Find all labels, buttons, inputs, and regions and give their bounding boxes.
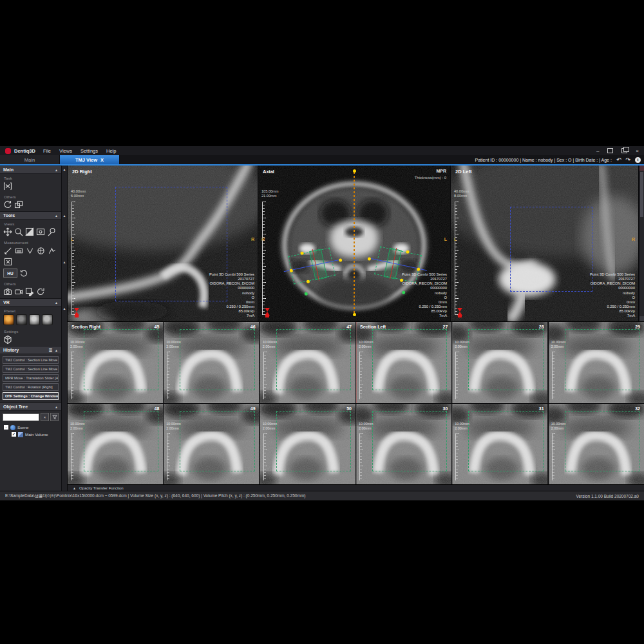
collapse-icon[interactable]: ▲ [55,301,58,305]
orientation-letter-right: R [251,237,254,242]
section-cell[interactable]: Section Right 45 10.00mm2.00mm [68,322,163,403]
close-button[interactable]: × [636,148,639,154]
midline-slider[interactable] [354,172,355,314]
expand-icon[interactable]: ▲ [73,486,76,490]
tmj-task-icon[interactable] [3,182,12,191]
collapse-icon[interactable]: ▲ [55,214,58,218]
tmj-roi-outline[interactable] [510,207,592,292]
history-item[interactable]: OTF Settings : Change Windowing Range [3,392,59,400]
viewport-scrollbar[interactable] [639,166,644,321]
section-cell[interactable]: 48 10.00mm2.00mm [68,404,163,484]
section-cell[interactable]: 29 10.00mm2.00mm [549,322,644,403]
splitter-arrow-icon[interactable]: ▲ [63,214,66,218]
history-item[interactable]: TMJ Control : Rotation [Right] [3,383,59,391]
viewport-axial[interactable]: Axial MPR Thickness(mm) : 0 105.00mm21.0… [258,166,450,321]
restore-button[interactable] [621,148,627,153]
roi-handle[interactable] [406,250,410,254]
vp-info-line: 0.250 / 0.250mm [402,305,447,309]
section-cell[interactable]: 47 10.00mm2.00mm [260,322,355,403]
history-list-icon[interactable]: ☰ [49,348,52,352]
panel-header-object-tree[interactable]: Object Tree ▲ [0,402,61,411]
menu-views[interactable]: Views [59,148,72,154]
vr-preset-1[interactable] [3,314,14,325]
tab-close-icon[interactable]: X [100,157,104,163]
section-cell[interactable]: 30 10.00mm2.00mm [356,404,451,484]
collapse-icon[interactable]: ▲ [55,348,58,352]
circle-measure-icon[interactable] [36,246,45,255]
viewport-2d-left[interactable]: 2D Left 40.00mm8.00mm L R Point 3D Combi… [451,166,638,321]
tree-row-scene[interactable]: - Scene [4,424,57,431]
section-cell[interactable]: Section Left 27 10.00mm2.00mm [356,322,451,403]
collapse-icon[interactable]: ▲ [55,405,58,409]
tab-tmj-view[interactable]: TMJ View X [60,155,120,164]
sync-icon[interactable] [3,200,12,209]
panel-header-vr[interactable]: VR ▲ [0,298,61,307]
capture-icon[interactable] [3,287,12,296]
splitter-arrow-icon[interactable]: ▲ [63,167,66,171]
scrollbar-thumb[interactable] [640,172,643,217]
view-options-icon[interactable] [36,227,45,236]
expander-icon[interactable]: - [4,425,8,430]
undo-icon[interactable]: ↶ [616,157,621,163]
note-measure-icon[interactable] [3,257,12,266]
volume-checkbox[interactable]: ✓ [12,432,16,437]
windowing-icon[interactable] [25,227,34,236]
splitter-arrow-icon[interactable]: ▲ [63,260,66,264]
splitter-arrow-icon[interactable]: ▲ [63,307,66,310]
menu-settings[interactable]: Settings [80,148,98,154]
redo-icon[interactable]: ↷ [625,157,630,163]
sidebar-splitter[interactable]: ▲ ▲ ▲ ▲ [62,166,68,491]
panel-header-history[interactable]: History ☰ ▲ [0,346,61,354]
history-item[interactable]: TMJ Control : Section Line Move [Left] [3,356,59,364]
popout-button[interactable] [607,148,613,153]
history-item[interactable]: MPR Move : Translation Slider [Axial] [3,374,59,382]
menu-help[interactable]: Help [106,148,116,154]
roi-handle[interactable] [300,251,304,255]
menu-file[interactable]: File [43,148,51,154]
section-scale-labels: 10.00mm2.00mm [551,340,565,349]
zoom-icon[interactable] [14,227,23,236]
panel-header-main[interactable]: Main ▲ [0,166,61,174]
hu-button[interactable]: HU [3,269,17,278]
section-cell[interactable]: 32 10.00mm2.00mm [549,404,644,484]
profile-measure-icon[interactable] [14,246,23,255]
midline-handle[interactable] [353,169,356,173]
viewport-title: Axial [263,169,274,175]
history-item[interactable]: TMJ Control : Section Line Move [Right] [3,365,59,373]
section-cell[interactable]: 28 10.00mm2.00mm [452,322,547,403]
minimize-button[interactable]: – [596,148,599,154]
section-cell[interactable]: 46 10.00mm2.00mm [164,322,259,403]
section-cell[interactable]: 31 10.00mm2.00mm [452,404,547,484]
vr-preset-3[interactable] [29,314,40,325]
pick-zoom-icon[interactable] [47,227,56,236]
tab-main[interactable]: Main [0,155,60,164]
filter-funnel-icon[interactable] [50,413,59,421]
angle-measure-icon[interactable] [25,246,34,255]
layout-switch-icon[interactable] [14,200,23,209]
section-slice-number: 49 [251,406,256,411]
section-cell[interactable]: 49 10.00mm2.00mm [164,404,259,484]
reset-view-icon[interactable] [36,287,45,296]
hu-reset-icon[interactable] [19,269,28,278]
scrollbar-down-button[interactable] [639,316,644,321]
vr-settings-cube-icon[interactable] [3,335,12,344]
tree-row-main-volume[interactable]: ✓ Main Volume [4,431,57,438]
otf-panel-header[interactable]: ▲ Opacity Transfer Function [68,484,644,491]
annotation-icon[interactable] [25,287,34,296]
vr-preset-4[interactable] [42,314,53,325]
length-measure-icon[interactable] [3,246,12,255]
roi-handle[interactable] [289,269,293,272]
section-cell[interactable]: 50 10.00mm2.00mm [260,404,355,484]
polyline-angle-icon[interactable] [47,246,56,255]
record-icon[interactable] [14,287,23,296]
viewport-2d-right[interactable]: 2D Right 40.00mm6.00mm L R Point 3D Comb… [68,166,258,321]
vr-preset-2[interactable] [16,314,27,325]
info-icon[interactable]: i [635,157,641,163]
search-clear-icon[interactable]: × [41,413,49,421]
scrollbar-up-button[interactable] [639,166,644,171]
pan-move-icon[interactable] [3,227,12,236]
panel-header-tools[interactable]: Tools ▲ [0,211,61,220]
collapse-icon[interactable]: ▲ [55,168,58,172]
object-tree-search-input[interactable] [3,413,39,421]
section-slice-number: 29 [635,325,640,329]
